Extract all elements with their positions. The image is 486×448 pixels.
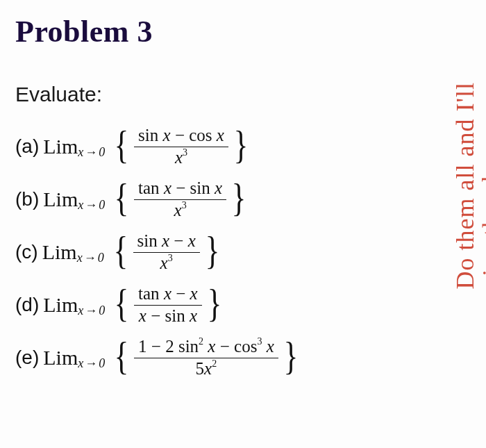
handwritten-annotation: Do them all and I'll give thumbs up	[453, 82, 486, 289]
item-label: (d)	[15, 294, 39, 316]
fraction: 1 − 2 sin2 x − cos3 x 5x2	[134, 337, 278, 379]
numerator: 1 − 2 sin2 x − cos3 x	[134, 337, 278, 358]
handwriting-line-1: Do them all and I'll	[451, 82, 479, 289]
denominator: x − sin x	[135, 306, 201, 326]
lim-text: Lim	[43, 293, 78, 317]
fraction: tan x − sin x x3	[134, 179, 226, 220]
lim-subscript: x→0	[78, 356, 105, 371]
lim-subscript: x→0	[78, 304, 105, 318]
lim-text: Lim	[43, 188, 78, 211]
item-a: (a) Lim x→0 { sin x − cos x x3 }	[15, 126, 486, 167]
lim-subscript: x→0	[77, 251, 104, 265]
item-b: (b) Lim x→0 { tan x − sin x x3 }	[15, 179, 486, 220]
lim-subscript: x→0	[78, 145, 105, 160]
fraction: sin x − cos x x3	[134, 126, 228, 167]
problem-heading: Problem 3	[15, 14, 486, 49]
denominator: x3	[156, 253, 177, 273]
item-label: (c)	[15, 241, 38, 263]
lim-subscript: x→0	[78, 198, 105, 213]
numerator: sin x − cos x	[134, 126, 228, 147]
handwriting-line-2: give thumbs up	[479, 82, 486, 289]
item-label: (a)	[15, 135, 39, 158]
denominator: 5x2	[192, 358, 221, 379]
numerator: tan x − sin x	[134, 179, 226, 200]
denominator: x3	[170, 200, 191, 220]
item-c: (c) Lim x→0 { sin x − x x3 }	[15, 231, 486, 273]
numerator: sin x − x	[133, 231, 200, 253]
fraction: sin x − x x3	[133, 231, 200, 273]
lim-text: Lim	[42, 240, 77, 264]
item-label: (b)	[15, 188, 39, 210]
fraction: tan x − x x − sin x	[134, 284, 202, 326]
lim-text: Lim	[43, 135, 78, 158]
denominator: x3	[171, 147, 192, 167]
evaluate-prompt: Evaluate:	[15, 83, 486, 106]
item-d: (d) Lim x→0 { tan x − x x − sin x }	[15, 284, 486, 326]
item-e: (e) Lim x→0 { 1 − 2 sin2 x − cos3 x 5x2 …	[15, 337, 486, 379]
item-label: (e)	[15, 347, 39, 369]
numerator: tan x − x	[134, 284, 202, 306]
lim-text: Lim	[43, 346, 78, 370]
